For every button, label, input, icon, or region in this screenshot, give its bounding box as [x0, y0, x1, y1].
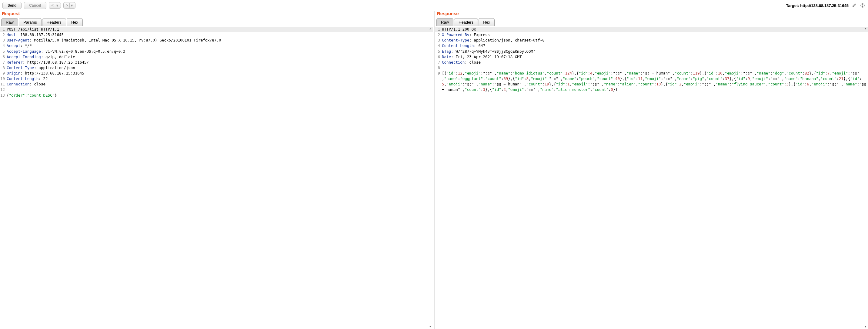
- editor-line: 11Connection: close: [0, 81, 433, 87]
- tab-headers[interactable]: Headers: [42, 18, 66, 26]
- line-code: HTTP/1.1 200 OK: [442, 27, 868, 32]
- cancel-button[interactable]: Cancel: [24, 2, 46, 9]
- scroll-up-icon[interactable]: ▴: [864, 27, 867, 30]
- line-code: Accept-Language: vi-VN,vi;q=0.8,en-US;q=…: [7, 49, 433, 54]
- divider: [69, 3, 70, 7]
- line-number: 10: [0, 76, 7, 81]
- editor-line: 8Content-Type: application/json: [0, 65, 433, 71]
- line-number: 11: [0, 81, 7, 87]
- line-code: Connection: close: [442, 60, 868, 65]
- line-number: 5: [435, 49, 442, 54]
- chevron-left-icon: <: [52, 3, 54, 7]
- pane-splitter[interactable]: [433, 11, 435, 329]
- line-number: 4: [435, 43, 442, 48]
- send-button[interactable]: Send: [2, 2, 22, 9]
- line-number: 13: [0, 93, 7, 98]
- tab-hex[interactable]: Hex: [478, 18, 495, 26]
- line-number: 9: [0, 71, 7, 76]
- tab-raw[interactable]: Raw: [436, 18, 454, 26]
- tab-params[interactable]: Params: [19, 18, 41, 26]
- line-code: Host: 138.68.187.25:31645: [7, 32, 433, 38]
- editor-line: 12: [0, 87, 433, 92]
- editor-line: 9[{"id":12,"emoji":"▯▯" ,"name":"homo id…: [435, 71, 868, 93]
- editor-line: 2X-Powered-By: Express: [435, 32, 868, 38]
- line-number: 5: [0, 49, 7, 54]
- response-pane: Response RawHeadersHex 1HTTP/1.1 200 OK2…: [435, 11, 868, 329]
- line-code: Accept-Encoding: gzip, deflate: [7, 54, 433, 60]
- line-number: 3: [0, 38, 7, 43]
- line-number: 8: [0, 65, 7, 71]
- line-number: 2: [435, 32, 442, 38]
- help-icon[interactable]: [860, 2, 866, 8]
- response-title: Response: [435, 11, 868, 18]
- line-number: 8: [435, 65, 442, 71]
- request-editor[interactable]: 1POST /api/list HTTP/1.12Host: 138.68.18…: [0, 26, 433, 329]
- line-number: 12: [0, 87, 7, 92]
- next-button[interactable]: > ▾: [63, 2, 75, 9]
- request-title: Request: [0, 11, 433, 18]
- scroll-down-icon[interactable]: ▾: [864, 325, 867, 328]
- editor-line: 6Date: Fri, 23 Apr 2021 19:07:18 GMT: [435, 54, 868, 60]
- editor-line: 7Connection: close: [435, 60, 868, 65]
- line-code: Content-Type: application/json; charset=…: [442, 38, 868, 43]
- divider: [55, 3, 55, 7]
- line-number: 3: [435, 38, 442, 43]
- line-code: User-Agent: Mozilla/5.0 (Macintosh; Inte…: [7, 38, 433, 43]
- dropdown-icon: ▾: [71, 3, 73, 7]
- svg-point-1: [863, 6, 863, 7]
- scroll-down-icon[interactable]: ▾: [428, 325, 432, 328]
- toolbar: Send Cancel < ▾ > ▾ Target: http://138.6…: [0, 0, 868, 11]
- prev-button[interactable]: < ▾: [49, 2, 61, 9]
- dropdown-icon: ▾: [56, 3, 58, 7]
- request-pane: Request RawParamsHeadersHex 1POST /api/l…: [0, 11, 433, 329]
- chevron-right-icon: >: [66, 3, 68, 7]
- scroll-up-icon[interactable]: ▴: [428, 27, 432, 30]
- editor-line: 2Host: 138.68.187.25:31645: [0, 32, 433, 38]
- line-code: Content-Length: 22: [7, 76, 433, 81]
- tab-headers[interactable]: Headers: [454, 18, 478, 26]
- line-number: 4: [0, 43, 7, 48]
- editor-line: 5ETag: W/"287-q+YMyk4vf+8SjjBCgqEKmpylOQ…: [435, 49, 868, 54]
- target-value: http://138.68.187.25:31645: [800, 3, 848, 8]
- line-code: ETag: W/"287-q+YMyk4vf+8SjjBCgqEKmpylOQM…: [442, 49, 868, 54]
- line-number: 6: [435, 54, 442, 60]
- line-code: Content-Type: application/json: [7, 65, 433, 71]
- line-code: [442, 65, 868, 71]
- editor-line: 1POST /api/list HTTP/1.1: [0, 27, 433, 32]
- edit-target-icon[interactable]: [851, 2, 857, 8]
- editor-line: 7Referer: http://138.68.187.25:31645/: [0, 60, 433, 65]
- line-code: [7, 87, 433, 92]
- tab-hex[interactable]: Hex: [67, 18, 83, 26]
- response-editor[interactable]: 1HTTP/1.1 200 OK2X-Powered-By: Express3C…: [435, 26, 868, 329]
- target-label: Target: http://138.68.187.25:31645: [786, 3, 848, 8]
- editor-line: 8: [435, 65, 868, 71]
- editor-line: 5Accept-Language: vi-VN,vi;q=0.8,en-US;q…: [0, 49, 433, 54]
- line-code: POST /api/list HTTP/1.1: [7, 27, 433, 32]
- editor-line: 1HTTP/1.1 200 OK: [435, 27, 868, 32]
- editor-line: 4Accept: */*: [0, 43, 433, 48]
- line-number: 7: [0, 60, 7, 65]
- request-tabs: RawParamsHeadersHex: [0, 18, 433, 26]
- line-number: 1: [0, 27, 7, 32]
- line-code: Origin: http://138.68.187.25:31645: [7, 71, 433, 76]
- line-code: Accept: */*: [7, 43, 433, 48]
- response-tabs: RawHeadersHex: [435, 18, 868, 26]
- line-number: 6: [0, 54, 7, 60]
- line-number: 1: [435, 27, 442, 32]
- panes: Request RawParamsHeadersHex 1POST /api/l…: [0, 11, 868, 329]
- line-code: Date: Fri, 23 Apr 2021 19:07:18 GMT: [442, 54, 868, 60]
- line-number: 9: [435, 71, 442, 93]
- line-code: X-Powered-By: Express: [442, 32, 868, 38]
- editor-line: 10Content-Length: 22: [0, 76, 433, 81]
- editor-line: 9Origin: http://138.68.187.25:31645: [0, 71, 433, 76]
- line-number: 7: [435, 60, 442, 65]
- editor-line: 6Accept-Encoding: gzip, deflate: [0, 54, 433, 60]
- editor-line: 3User-Agent: Mozilla/5.0 (Macintosh; Int…: [0, 38, 433, 43]
- line-code: {"order":"count DESC"}: [7, 93, 433, 98]
- editor-line: 13{"order":"count DESC"}: [0, 93, 433, 98]
- line-code: Referer: http://138.68.187.25:31645/: [7, 60, 433, 65]
- editor-line: 3Content-Type: application/json; charset…: [435, 38, 868, 43]
- tab-raw[interactable]: Raw: [1, 18, 18, 26]
- line-code: [{"id":12,"emoji":"▯▯" ,"name":"homo idi…: [442, 71, 868, 93]
- editor-line: 4Content-Length: 647: [435, 43, 868, 48]
